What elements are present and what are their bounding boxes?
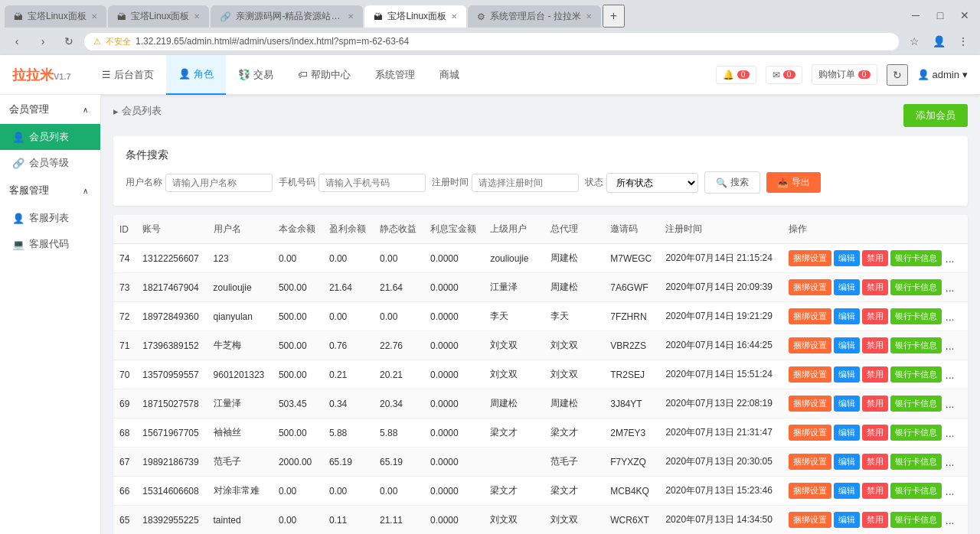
close-button[interactable]: ✕ — [954, 5, 975, 26]
tab-4[interactable]: 🏔 宝塔Linux面板 ✕ — [364, 5, 466, 28]
nav-help[interactable]: 🏷 帮助中心 — [286, 55, 363, 95]
edit-button[interactable]: 编辑 — [834, 425, 860, 441]
nav-shop[interactable]: 商城 — [427, 55, 472, 95]
more-button[interactable]: ... — [944, 337, 956, 353]
disable-button[interactable]: 禁用 — [862, 454, 888, 470]
sidebar-group-member-title[interactable]: 会员管理 ∧ — [0, 95, 100, 124]
tab-5-close[interactable]: ✕ — [586, 12, 592, 21]
edit-button[interactable]: 编辑 — [834, 454, 860, 470]
setting-button[interactable]: 捆绑设置 — [789, 425, 831, 441]
disable-button[interactable]: 禁用 — [862, 512, 888, 528]
disable-button[interactable]: 禁用 — [862, 250, 888, 266]
setting-button[interactable]: 捆绑设置 — [789, 308, 831, 324]
disable-button[interactable]: 禁用 — [862, 483, 888, 499]
setting-button[interactable]: 捆绑设置 — [789, 250, 831, 266]
user-info[interactable]: 👤 admin ▾ — [917, 69, 968, 80]
tab-3[interactable]: 🔗 亲测源码网-精品资源站长亲测... ✕ — [211, 5, 363, 28]
nav-system[interactable]: 系统管理 — [363, 55, 427, 95]
sidebar-item-service-code[interactable]: 💻 客服代码 — [0, 231, 100, 257]
add-member-button[interactable]: 添加会员 — [903, 104, 968, 127]
edit-button[interactable]: 编辑 — [834, 396, 860, 412]
bank-button[interactable]: 银行卡信息 — [890, 308, 942, 324]
tab-1-close[interactable]: ✕ — [91, 12, 97, 21]
bank-button[interactable]: 银行卡信息 — [890, 250, 942, 266]
more-button[interactable]: ... — [944, 512, 956, 528]
setting-button[interactable]: 捆绑设置 — [789, 279, 831, 295]
edit-button[interactable]: 编辑 — [834, 308, 860, 324]
disable-button[interactable]: 禁用 — [862, 366, 888, 383]
edit-button[interactable]: 编辑 — [834, 512, 860, 528]
profile-button[interactable]: 👤 — [928, 31, 949, 52]
edit-button[interactable]: 编辑 — [834, 250, 860, 266]
back-button[interactable]: ‹ — [6, 31, 28, 52]
bank-button[interactable]: 银行卡信息 — [890, 483, 942, 499]
nav-home[interactable]: ☰ 后台首页 — [90, 55, 166, 95]
tab-2[interactable]: 🏔 宝塔Linux面板 ✕ — [108, 5, 210, 28]
disable-button[interactable]: 禁用 — [862, 396, 888, 412]
setting-button[interactable]: 捆绑设置 — [789, 366, 831, 383]
forward-button[interactable]: › — [32, 31, 54, 52]
phone-input[interactable] — [318, 174, 426, 192]
setting-button[interactable]: 捆绑设置 — [789, 396, 831, 412]
tab-2-close[interactable]: ✕ — [194, 12, 200, 21]
notification-btn[interactable]: 🔔 0 — [716, 66, 756, 84]
bank-button[interactable]: 银行卡信息 — [890, 337, 942, 353]
minimize-button[interactable]: ─ — [905, 5, 926, 26]
edit-button[interactable]: 编辑 — [834, 337, 860, 353]
bank-button[interactable]: 银行卡信息 — [890, 279, 942, 295]
phone-field: 手机号码 — [279, 174, 426, 192]
username-input[interactable] — [165, 174, 273, 192]
more-button[interactable]: ... — [944, 454, 956, 470]
refresh-button[interactable]: ↻ — [887, 64, 908, 86]
edit-button[interactable]: 编辑 — [834, 279, 860, 295]
search-button[interactable]: 🔍 搜索 — [704, 171, 760, 194]
reg-time-input[interactable] — [472, 174, 579, 192]
export-button[interactable]: 📤 导出 — [766, 172, 821, 193]
cell-profit: 65.19 — [323, 448, 374, 477]
sidebar-item-member-list[interactable]: 👤 会员列表 — [0, 124, 100, 150]
url-bar[interactable]: ⚠ 不安全 1.32.219.65/admin.html#/admin/user… — [84, 33, 899, 50]
more-button[interactable]: ... — [944, 366, 956, 383]
setting-button[interactable]: 捆绑设置 — [789, 512, 831, 528]
bank-button[interactable]: 银行卡信息 — [890, 366, 942, 383]
more-button[interactable]: ... — [944, 308, 956, 324]
more-button[interactable]: ... — [944, 250, 956, 266]
status-select[interactable]: 所有状态 — [606, 173, 698, 193]
more-button[interactable]: ... — [944, 483, 956, 499]
bank-button[interactable]: 银行卡信息 — [890, 396, 942, 412]
tab-4-close[interactable]: ✕ — [451, 12, 457, 21]
nav-role[interactable]: 👤 角色 — [166, 55, 226, 95]
edit-button[interactable]: 编辑 — [834, 366, 860, 383]
edit-button[interactable]: 编辑 — [834, 483, 860, 499]
sidebar-item-member-level[interactable]: 🔗 会员等级 — [0, 150, 100, 176]
cell-parent: 刘文双 — [484, 360, 544, 389]
disable-button[interactable]: 禁用 — [862, 308, 888, 324]
extensions-button[interactable]: ⋮ — [952, 31, 974, 52]
bookmark-button[interactable]: ☆ — [903, 31, 925, 52]
disable-button[interactable]: 禁用 — [862, 279, 888, 295]
more-button[interactable]: ... — [944, 279, 956, 295]
restore-button[interactable]: □ — [929, 5, 951, 26]
setting-button[interactable]: 捆绑设置 — [789, 337, 831, 353]
tab-3-close[interactable]: ✕ — [348, 12, 354, 21]
new-tab-button[interactable]: + — [603, 5, 625, 28]
more-button[interactable]: ... — [944, 425, 956, 441]
tab-1[interactable]: 🏔 宝塔Linux面板 ✕ — [5, 5, 106, 28]
app-body: 会员管理 ∧ 👤 会员列表 🔗 会员等级 客服管理 ∧ 👤 客服列表 💻 — [0, 95, 980, 534]
cell-static: 20.21 — [374, 360, 424, 389]
tab-5[interactable]: ⚙ 系统管理后台 - 拉拉米 ✕ — [468, 5, 601, 28]
disable-button[interactable]: 禁用 — [862, 337, 888, 353]
sidebar-item-service-list[interactable]: 👤 客服列表 — [0, 205, 100, 231]
bank-button[interactable]: 银行卡信息 — [890, 512, 942, 528]
sidebar-group-service-title[interactable]: 客服管理 ∧ — [0, 176, 100, 205]
more-button[interactable]: ... — [944, 396, 956, 412]
nav-trade[interactable]: 💱 交易 — [226, 55, 286, 95]
cart-btn[interactable]: 购物订单 0 — [812, 64, 877, 85]
disable-button[interactable]: 禁用 — [862, 425, 888, 441]
setting-button[interactable]: 捆绑设置 — [789, 483, 831, 499]
setting-button[interactable]: 捆绑设置 — [789, 454, 831, 470]
message-btn[interactable]: ✉ 0 — [766, 66, 802, 84]
bank-button[interactable]: 银行卡信息 — [890, 425, 942, 441]
reload-button[interactable]: ↻ — [58, 31, 80, 52]
bank-button[interactable]: 银行卡信息 — [890, 454, 942, 470]
